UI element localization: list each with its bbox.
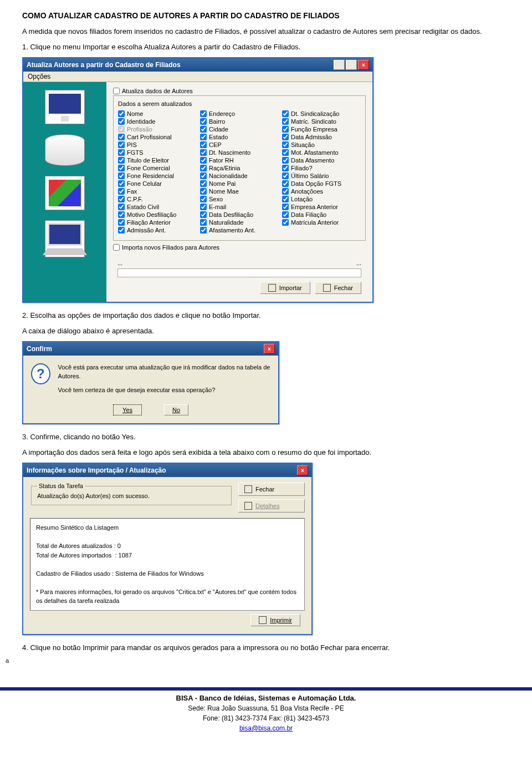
resume-textbox: Resumo Sintético da Listagem Total de Au…: [30, 518, 305, 611]
status-group: Status da Tarefa Atualização do(s) Autor…: [31, 483, 232, 505]
field-checkbox[interactable]: Nome Pai: [200, 180, 279, 187]
field-checkbox[interactable]: Dt. Sindicalização: [282, 110, 361, 117]
field-checkbox[interactable]: Mot. Afastamento: [282, 149, 361, 156]
no-button[interactable]: No: [164, 404, 188, 415]
field-checkbox[interactable]: Profissão: [118, 126, 197, 133]
info-close-x[interactable]: ×: [297, 465, 308, 475]
confirm-dialog: Confirm × ? Você está para executar uma …: [22, 341, 279, 424]
field-checkbox[interactable]: Nome: [118, 110, 197, 117]
field-checkbox[interactable]: PIS: [118, 141, 197, 148]
confirm-text-1: Você está para executar uma atualização …: [58, 363, 270, 380]
field-checkbox[interactable]: Fone Celular: [118, 180, 197, 187]
field-checkbox[interactable]: Lotação: [282, 196, 361, 202]
detalhes-button[interactable]: Detalhes: [238, 499, 305, 513]
status-legend: Status da Tarefa: [37, 483, 85, 489]
window-title: Atualiza Autores a partir do Cadastro de…: [27, 61, 181, 69]
info-fechar-button[interactable]: Fechar: [238, 483, 305, 496]
field-checkbox[interactable]: Admissão Ant.: [118, 227, 197, 234]
footer-bar: [0, 687, 532, 691]
field-checkbox[interactable]: Estado: [200, 134, 279, 140]
field-checkbox[interactable]: Cidade: [200, 126, 279, 133]
field-checkbox[interactable]: Nacionalidade: [200, 173, 279, 179]
field-checkbox[interactable]: Endereço: [200, 110, 279, 117]
field-checkbox[interactable]: Último Salário: [282, 173, 361, 179]
confirm-close-button[interactable]: ×: [264, 344, 275, 354]
minimize-button[interactable]: _: [334, 60, 345, 70]
field-checkbox[interactable]: Sexo: [200, 196, 279, 202]
field-checkbox[interactable]: Data Opção FGTS: [282, 180, 361, 187]
field-checkbox[interactable]: Data Filiação: [282, 211, 361, 218]
field-checkbox[interactable]: Anotaçõoes: [282, 188, 361, 195]
email-link[interactable]: bisa@bisa.com.br: [239, 724, 293, 732]
step-3: 3. Confirme, clicando no botão Yes.: [22, 432, 532, 442]
field-checkbox[interactable]: C.P.F.: [118, 196, 197, 202]
field-checkbox[interactable]: Dt. Nascimento: [200, 149, 279, 156]
question-icon: ?: [31, 363, 50, 384]
field-checkbox[interactable]: Fator RH: [200, 157, 279, 164]
field-checkbox[interactable]: Nome Mae: [200, 188, 279, 195]
menu-opcoes[interactable]: Opções: [23, 72, 372, 82]
status-text: Atualização do(s) Autor(es) com sucesso.: [37, 493, 226, 499]
details-icon: [244, 502, 252, 510]
phone: Fone: (81) 3423-7374 Fax: (81) 3423-4573: [203, 714, 329, 722]
field-checkbox[interactable]: E-mail: [200, 204, 279, 210]
field-checkbox[interactable]: Identidade: [118, 118, 197, 125]
titlebar: Atualiza Autores a partir do Cadastro de…: [23, 58, 372, 72]
close-button[interactable]: ×: [358, 60, 369, 70]
field-checkbox[interactable]: FGTS: [118, 149, 197, 156]
info-dialog: Informações sobre Importação / Atualizaç…: [22, 463, 313, 635]
close-icon: [323, 284, 331, 292]
field-checkbox[interactable]: Data Desfiliação: [200, 211, 279, 218]
fechar-button[interactable]: Fechar: [315, 282, 361, 294]
field-checkbox[interactable]: Titulo de Eleitor: [118, 157, 197, 164]
field-checkbox[interactable]: Motivo Desfiliação: [118, 211, 197, 218]
sidebar: [23, 82, 106, 302]
atualiza-window: Atualiza Autores a partir do Cadastro de…: [22, 57, 374, 303]
field-checkbox[interactable]: Matrícula Anterior: [282, 219, 361, 226]
step-3b: A importação dos dados será feita e logo…: [22, 448, 532, 458]
import-icon: [268, 284, 276, 292]
step-2b: A caixa de diálogo abaixo é apresentada.: [22, 326, 532, 336]
step-1: 1. Clique no menu Importar e escolha Atu…: [22, 42, 532, 52]
imprimir-button[interactable]: Imprimir: [250, 614, 300, 626]
field-checkbox[interactable]: Cart Profissional: [118, 134, 197, 140]
company-name: BISA - Banco de Idéias, Sistemas e Autom…: [176, 694, 356, 702]
field-checkbox[interactable]: Data Afasmento: [282, 157, 361, 164]
field-checkbox[interactable]: CEP: [200, 141, 279, 148]
corner-letter: a: [6, 657, 532, 664]
yes-button[interactable]: Yes: [113, 404, 142, 415]
page-title: COMO ATUALIZAR CADASTRO DE AUTORES A PAR…: [22, 11, 532, 20]
step-2: 2. Escolha as opções de importação dos d…: [22, 311, 532, 321]
field-checkbox[interactable]: Empresa Anterior: [282, 204, 361, 210]
field-checkbox[interactable]: Fax: [118, 188, 197, 195]
footer: BISA - Banco de Idéias, Sistemas e Autom…: [0, 693, 532, 734]
maximize-button[interactable]: □: [346, 60, 357, 70]
confirm-text-2: Você tem certeza de que deseja executar …: [58, 386, 270, 394]
close-icon: [244, 485, 252, 493]
field-checkbox[interactable]: Fone Residencial: [118, 173, 197, 179]
field-checkbox[interactable]: Função Empresa: [282, 126, 361, 133]
field-checkbox[interactable]: Raça/Etinia: [200, 165, 279, 171]
progress-bar: [117, 268, 361, 277]
photos-icon: [45, 176, 85, 210]
field-checkbox[interactable]: Data Admissão: [282, 134, 361, 140]
field-checkbox[interactable]: Fone Comercial: [118, 165, 197, 171]
field-checkbox[interactable]: Situação: [282, 141, 361, 148]
field-checkbox[interactable]: Estado Civil: [118, 204, 197, 210]
ellipsis-right: ...: [356, 260, 361, 266]
field-checkbox[interactable]: Naturalidade: [200, 219, 279, 226]
step-4: 4. Clique no botão Imprimir para mandar …: [22, 643, 532, 653]
field-checkbox[interactable]: Bairro: [200, 118, 279, 125]
field-checkbox[interactable]: Afastamento Ant.: [200, 227, 279, 234]
atualiza-dados-checkbox[interactable]: Atualiza dados de Autores: [113, 88, 366, 94]
address: Sede: Rua João Suassuna, 51 Boa Vista Re…: [188, 704, 344, 712]
importa-novos-checkbox[interactable]: Importa novos Filiados para Autores: [113, 244, 366, 251]
subtitle: Dados a serem atualizados: [118, 100, 361, 107]
field-checkbox[interactable]: Filiado?: [282, 165, 361, 171]
intro-text: A medida que novos filiados forem inseri…: [22, 27, 532, 37]
importar-button[interactable]: Importar: [260, 282, 310, 294]
options-panel: Atualiza dados de Autores Dados a serem …: [106, 82, 372, 302]
database-icon: [45, 134, 85, 166]
field-checkbox[interactable]: Matríc. Sindicato: [282, 118, 361, 125]
field-checkbox[interactable]: Filiação Anterior: [118, 219, 197, 226]
